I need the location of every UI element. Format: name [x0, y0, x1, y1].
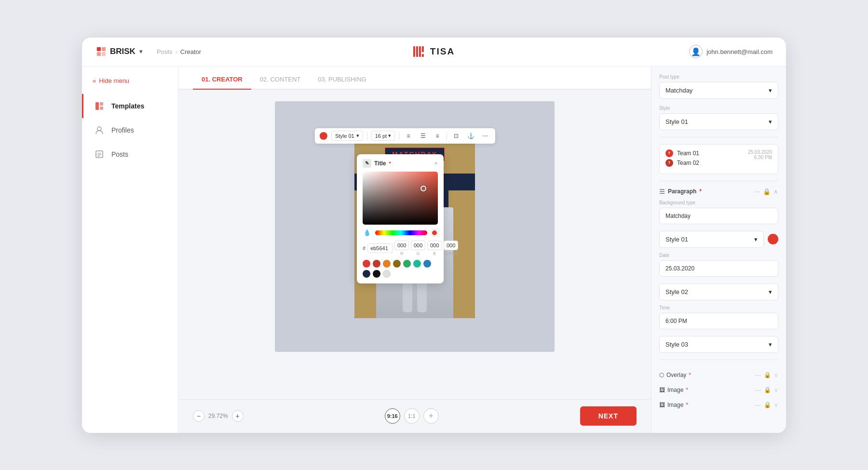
pagination-dot-916[interactable]: 9:16 [385, 408, 400, 424]
resize-button[interactable]: ⊡ [451, 131, 461, 141]
align-right-button[interactable]: ≡ [432, 131, 443, 141]
team1-row: T Team 01 [665, 149, 699, 157]
paragraph-lock-icon[interactable]: 🔒 [763, 188, 771, 195]
alpha-input[interactable] [444, 241, 458, 250]
cp-required-star: * [389, 161, 391, 166]
zoom-in-button[interactable]: + [232, 410, 244, 422]
eyedropper-icon[interactable]: 💧 [363, 228, 371, 237]
style-select-rp[interactable]: Style 01 ▾ [659, 113, 778, 130]
b-input[interactable] [427, 241, 442, 250]
paragraph-color-dot[interactable] [768, 234, 778, 244]
b-label: B [433, 251, 436, 256]
swatch-navy[interactable] [363, 270, 370, 278]
svg-rect-3 [102, 52, 106, 56]
image2-lock-icon[interactable]: 🔒 [764, 402, 771, 408]
zoom-out-button[interactable]: − [193, 410, 204, 422]
header: BRISK ▾ Posts › Creator TISA 👤 john.be [82, 38, 786, 67]
tab-content[interactable]: 02. CONTENT [251, 76, 310, 90]
chevron-left-icon: « [93, 77, 96, 84]
color-picker-close-button[interactable]: × [434, 160, 438, 167]
pagination-add-button[interactable]: + [423, 408, 439, 424]
font-size-control[interactable]: 16 pt ▾ [371, 131, 395, 141]
overlay-row: ⬡ Overlay* ⋯ 🔒 ∨ [659, 367, 778, 382]
tisa-brand: TISA [413, 46, 455, 57]
templates-label: Templates [111, 102, 144, 110]
toolbar-separator-1 [367, 132, 367, 140]
swatch-teal[interactable] [413, 260, 421, 268]
post-type-select[interactable]: Matchday ▾ [659, 82, 778, 99]
tab-publishing[interactable]: 03. PUBLISHING [309, 76, 375, 90]
overlay-expand-icon[interactable]: ∨ [774, 372, 778, 378]
font-size-value: 16 pt [375, 133, 387, 139]
hex-hash: # [363, 245, 366, 251]
time-input[interactable] [659, 313, 778, 329]
sidebar-item-profiles[interactable]: Profiles [82, 118, 178, 142]
hue-slider[interactable] [375, 230, 427, 235]
paragraph-required: * [699, 188, 702, 195]
image2-icon: 🖼 [659, 402, 665, 408]
color-gradient-picker[interactable] [363, 172, 438, 225]
r-input[interactable] [394, 241, 409, 250]
para-style-chevron-icon: ▾ [754, 236, 758, 243]
r-label: R [400, 251, 404, 256]
date-group: Date [659, 253, 778, 277]
breadcrumb-child: Creator [180, 48, 201, 55]
hide-menu-button[interactable]: « Hide menu [82, 71, 178, 90]
paragraph-style-row: Style 01 ▾ [659, 231, 778, 248]
swatch-red[interactable] [363, 260, 370, 268]
style-select-value: Style 01 [335, 133, 354, 139]
profiles-icon [94, 125, 105, 135]
color-cursor[interactable] [420, 186, 426, 191]
date-input[interactable] [659, 260, 778, 277]
align-center-button[interactable]: ☰ [418, 131, 428, 141]
swatch-black[interactable] [373, 270, 380, 278]
hex-input[interactable] [367, 243, 393, 253]
swatch-gray[interactable] [383, 270, 391, 278]
swatch-blue[interactable] [423, 260, 431, 268]
anchor-button[interactable]: ⚓ [465, 131, 476, 141]
style-group: Style Style 01 ▾ [659, 106, 778, 130]
breadcrumb-separator: › [175, 48, 177, 55]
more-options-button[interactable]: ⋯ [480, 131, 490, 141]
swatch-green[interactable] [403, 260, 411, 268]
align-left-button[interactable]: ≡ [403, 131, 414, 141]
svg-point-12 [97, 127, 101, 131]
style-select[interactable]: Style 01 ▾ [331, 131, 363, 141]
breadcrumb-parent[interactable]: Posts [157, 48, 173, 55]
g-input[interactable] [411, 241, 425, 250]
team1-name: Team 01 [677, 150, 699, 157]
image1-required: * [686, 387, 688, 393]
swatch-dark-red[interactable] [373, 260, 380, 268]
svg-rect-23 [417, 279, 427, 312]
post-type-group: Post type Matchday ▾ [659, 74, 778, 99]
image2-expand-icon[interactable]: ∨ [774, 402, 778, 408]
selected-color-dot [431, 229, 438, 236]
app-logo[interactable]: BRISK ▾ [95, 46, 142, 57]
pagination-dot-11[interactable]: 1:1 [404, 408, 420, 424]
image1-actions: ⋯ 🔒 ∨ [755, 387, 778, 394]
style-chevron-icon: ▾ [769, 118, 772, 125]
next-button[interactable]: NEXT [580, 406, 637, 426]
b-input-col: B [427, 241, 442, 256]
time-style2-select[interactable]: Style 03 ▾ [659, 336, 778, 353]
sidebar-item-posts[interactable]: Posts [82, 142, 178, 166]
image1-lock-icon[interactable]: 🔒 [764, 387, 771, 393]
paragraph-collapse-icon[interactable]: ∧ [773, 188, 778, 195]
app-chevron-icon[interactable]: ▾ [139, 48, 142, 55]
paragraph-style-select[interactable]: Style 01 ▾ [659, 231, 764, 248]
overlay-lock-icon[interactable]: 🔒 [764, 372, 771, 378]
svg-rect-1 [102, 47, 106, 51]
match-date: 25.03.2020 [748, 149, 772, 155]
swatch-orange[interactable] [383, 260, 391, 268]
color-picker-popup: ✎ Title * × 💧 [357, 154, 444, 283]
divider-2 [659, 181, 778, 181]
toolbar-separator-2 [399, 132, 399, 140]
bg-type-input[interactable] [659, 208, 778, 224]
image1-expand-icon[interactable]: ∨ [774, 387, 778, 393]
tab-creator[interactable]: 01. CREATOR [193, 76, 251, 90]
team2-crest-icon: T [665, 159, 673, 167]
bottom-bar: − 29.72% + 9:16 1:1 + [178, 399, 651, 433]
time-style-select[interactable]: Style 02 ▾ [659, 283, 778, 300]
sidebar-item-templates[interactable]: Templates [82, 94, 178, 118]
swatch-gold[interactable] [393, 260, 401, 268]
